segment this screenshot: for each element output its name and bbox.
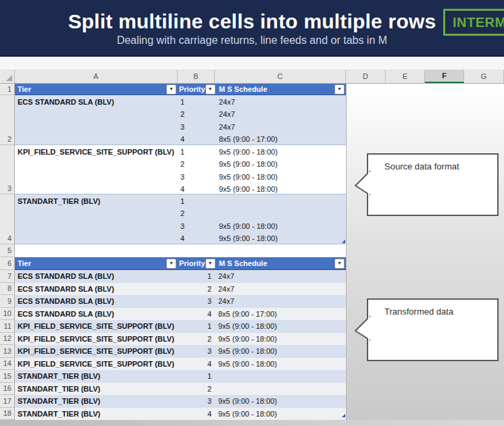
row-header-18[interactable]: 18 [0, 408, 14, 421]
result-table-row-10[interactable]: ECS STANDARD SLA (BLV)48x5 (9:00 - 17:00… [15, 308, 346, 321]
tier-cell[interactable]: ECS STANDARD SLA (BLV) [15, 310, 178, 318]
tier-cell[interactable]: ECS STANDARD SLA (BLV) [15, 272, 178, 280]
row-header-17[interactable]: 17 [0, 395, 14, 408]
priority-cell[interactable]: 3 [178, 347, 215, 355]
row-header-5[interactable]: 5 [0, 244, 14, 257]
priority-cell[interactable]: 2 [178, 335, 215, 343]
priority-filter-button[interactable]: ▾ [205, 259, 216, 269]
tier-cell[interactable]: KPI_FIELD_SERVICE_SITE_SUPPORT (BLV) [15, 347, 178, 355]
priority-cell[interactable]: 2 [178, 385, 215, 393]
schedule-cell[interactable]: 24x724x724x78x5 (9:00 - 17:00) [215, 95, 346, 144]
result-table-row-13[interactable]: KPI_FIELD_SERVICE_SITE_SUPPORT (BLV)39x5… [15, 345, 346, 358]
schedule-cell[interactable]: 9x5 (9:00 - 18:00)9x5 (9:00 - 18:00)9x5 … [215, 145, 346, 194]
result-table-row-8[interactable]: ECS STANDARD SLA (BLV)224x7 [15, 283, 346, 296]
source-table-row-2[interactable]: ECS STANDARD SLA (BLV)123424x724x724x78x… [15, 95, 346, 145]
row-header-16[interactable]: 16 [0, 383, 14, 396]
tier-cell[interactable]: KPI_FIELD_SERVICE_SITE_SUPPORT (BLV) [15, 145, 178, 194]
source-data-callout[interactable]: Source data format [367, 153, 499, 216]
row-header-12[interactable]: 12 [0, 333, 14, 346]
priority-cell[interactable]: 1234 [178, 145, 215, 194]
column-header-b[interactable]: B [178, 70, 215, 83]
tier-cell[interactable]: STANDART_TIER (BLV) [15, 372, 178, 380]
tier-cell[interactable]: ECS STANDARD SLA (BLV) [15, 95, 178, 144]
source-header-tier[interactable]: Tier ▾ [15, 84, 178, 95]
select-all-corner[interactable] [0, 70, 15, 83]
result-header-tier[interactable]: Tier ▾ [15, 257, 178, 269]
schedule-cell[interactable]: 9x5 (9:00 - 18:00) [215, 347, 346, 355]
column-header-d[interactable]: D [346, 70, 386, 83]
tier-cell[interactable]: ECS STANDARD SLA (BLV) [15, 285, 178, 293]
row-header-15[interactable]: 15 [0, 370, 14, 383]
transformed-data-callout[interactable]: Transformed data [367, 298, 499, 361]
row-header-2[interactable]: 2 [0, 95, 14, 145]
result-table-row-14[interactable]: KPI_FIELD_SERVICE_SITE_SUPPORT (BLV)49x5… [15, 358, 346, 371]
row-header-7[interactable]: 7 [0, 270, 14, 283]
result-table-row-18[interactable]: STANDART_TIER (BLV)49x5 (9:00 - 18:00) [15, 408, 346, 421]
priority-cell[interactable]: 1 [178, 272, 215, 280]
schedule-cell[interactable]: 9x5 (9:00 - 18:00) [215, 360, 346, 368]
table-resize-handle[interactable] [342, 414, 345, 417]
tier-cell[interactable]: STANDART_TIER (BLV) [15, 385, 178, 393]
schedule-cell[interactable]: 9x5 (9:00 - 18:00)9x5 (9:00 - 18:00) [215, 194, 346, 244]
schedule-filter-button[interactable]: ▾ [334, 259, 345, 269]
table-resize-handle[interactable] [342, 240, 345, 243]
result-header-priority[interactable]: Priority ▾ [178, 257, 215, 269]
row-header-10[interactable]: 10 [0, 308, 14, 321]
column-header-f[interactable]: F [425, 70, 464, 83]
row-header-13[interactable]: 13 [0, 345, 14, 358]
priority-cell[interactable]: 1234 [178, 95, 215, 144]
schedule-cell[interactable]: 9x5 (9:00 - 18:00) [215, 322, 346, 330]
row-header-6[interactable]: 6 [0, 257, 14, 270]
tier-cell[interactable]: STANDART_TIER (BLV) [15, 397, 178, 405]
source-header-schedule[interactable]: M S Schedule ▾ [215, 84, 346, 95]
schedule-cell[interactable]: 9x5 (9:00 - 18:00) [215, 397, 346, 405]
schedule-cell[interactable]: 9x5 (9:00 - 18:00) [215, 410, 346, 418]
source-table-row-3[interactable]: KPI_FIELD_SERVICE_SITE_SUPPORT (BLV)1234… [15, 145, 346, 194]
priority-cell[interactable]: 1 [178, 372, 215, 380]
column-header-a[interactable]: A [15, 70, 178, 83]
result-table-row-15[interactable]: STANDART_TIER (BLV)1 [15, 370, 346, 383]
column-header-e[interactable]: E [386, 70, 425, 83]
tier-cell[interactable]: ECS STANDARD SLA (BLV) [15, 297, 178, 305]
priority-cell[interactable]: 3 [178, 397, 215, 405]
column-header-c[interactable]: C [215, 70, 346, 83]
priority-cell[interactable]: 4 [178, 410, 215, 418]
tier-filter-button[interactable]: ▾ [166, 84, 176, 95]
schedule-cell[interactable]: 8x5 (9:00 - 17:00) [215, 310, 346, 318]
tier-cell[interactable]: KPI_FIELD_SERVICE_SITE_SUPPORT (BLV) [15, 335, 178, 343]
result-table-row-16[interactable]: STANDART_TIER (BLV)2 [15, 383, 346, 396]
source-header-priority[interactable]: Priority ▾ [178, 84, 215, 95]
row-header-1[interactable]: 1 [0, 84, 14, 95]
schedule-cell[interactable]: 24x7 [215, 272, 346, 280]
row-header-8[interactable]: 8 [0, 283, 14, 296]
schedule-cell[interactable]: 24x7 [215, 285, 346, 293]
tier-cell[interactable]: KPI_FIELD_SERVICE_SITE_SUPPORT (BLV) [15, 360, 178, 368]
result-table-row-11[interactable]: KPI_FIELD_SERVICE_SITE_SUPPORT (BLV)19x5… [15, 320, 346, 333]
row-header-11[interactable]: 11 [0, 320, 14, 333]
result-table-row-9[interactable]: ECS STANDARD SLA (BLV)324x7 [15, 295, 346, 308]
tier-cell[interactable]: STANDART_TIER (BLV) [15, 194, 178, 244]
priority-cell[interactable]: 1 [178, 322, 215, 330]
tier-cell[interactable]: STANDART_TIER (BLV) [15, 410, 178, 418]
row-header-14[interactable]: 14 [0, 358, 14, 371]
empty-row-5[interactable] [15, 244, 346, 257]
column-header-g[interactable]: G [464, 70, 504, 83]
tier-cell[interactable]: KPI_FIELD_SERVICE_SITE_SUPPORT (BLV) [15, 322, 178, 330]
priority-filter-button[interactable]: ▾ [205, 84, 216, 95]
priority-cell[interactable]: 4 [178, 360, 215, 368]
tier-filter-button[interactable]: ▾ [166, 259, 176, 269]
schedule-cell[interactable]: 24x7 [215, 297, 346, 305]
source-table-row-4[interactable]: STANDART_TIER (BLV)12349x5 (9:00 - 18:00… [15, 194, 346, 244]
result-header-schedule[interactable]: M S Schedule ▾ [215, 257, 346, 269]
priority-cell[interactable]: 2 [178, 285, 215, 293]
result-table-row-7[interactable]: ECS STANDARD SLA (BLV)124x7 [15, 270, 346, 283]
priority-cell[interactable]: 4 [178, 310, 215, 318]
schedule-filter-button[interactable]: ▾ [334, 84, 345, 95]
row-header-4[interactable]: 4 [0, 194, 14, 244]
row-header-9[interactable]: 9 [0, 295, 14, 308]
priority-cell[interactable]: 3 [178, 297, 215, 305]
result-table-row-12[interactable]: KPI_FIELD_SERVICE_SITE_SUPPORT (BLV)29x5… [15, 333, 346, 346]
priority-cell[interactable]: 1234 [178, 194, 215, 244]
schedule-cell[interactable]: 9x5 (9:00 - 18:00) [215, 335, 346, 343]
row-header-3[interactable]: 3 [0, 145, 14, 194]
